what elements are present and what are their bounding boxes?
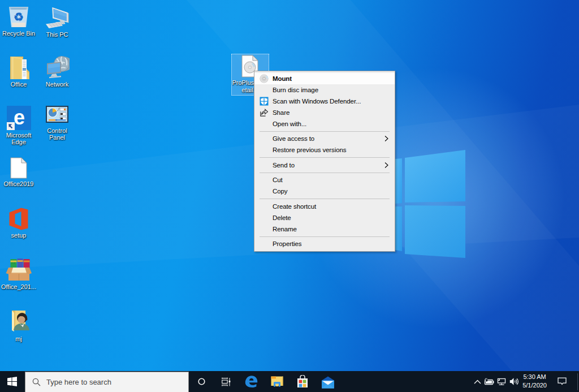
svg-text:♻: ♻ — [14, 11, 24, 23]
svg-text:e: e — [14, 106, 25, 129]
